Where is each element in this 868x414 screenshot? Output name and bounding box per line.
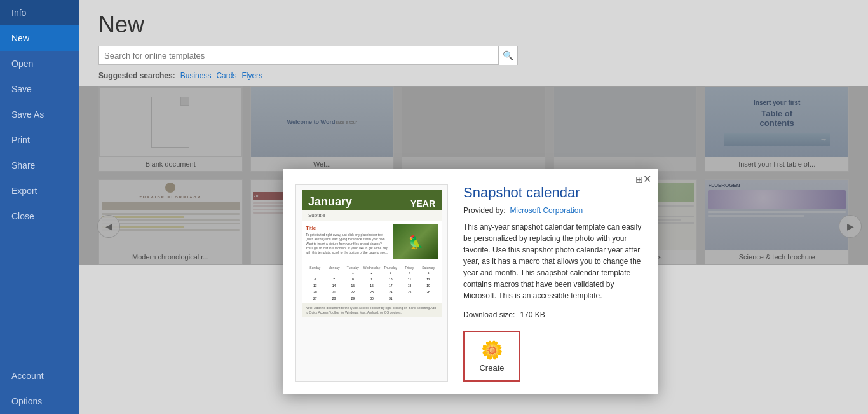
search-bar-row: 🔍 <box>79 46 868 71</box>
modal-title: Snapshot calendar <box>463 184 580 201</box>
create-icon: 🌼 <box>481 340 503 361</box>
provider-link[interactable]: Microsoft Corporation <box>510 206 583 215</box>
download-size: 170 KB <box>520 310 545 319</box>
download-label: Download size: <box>463 310 515 319</box>
cal-text-block: Title To get started right away, just cl… <box>306 224 390 259</box>
modal-expand-icon[interactable]: ⊞ <box>635 174 643 184</box>
suggested-searches: Suggested searches: Business Cards Flyer… <box>79 71 868 86</box>
sidebar-item-account[interactable]: Account <box>0 363 79 389</box>
template-grid-area: Blank document Welcome to WordTake a tou… <box>79 86 868 265</box>
cal-days-grid: 12345 6789101112 13141516171819 20212223… <box>306 270 438 301</box>
calendar-preview: January YEAR Subtitle Title To get start… <box>302 190 442 317</box>
search-bar: 🔍 <box>98 46 518 65</box>
main-area: New 🔍 Suggested searches: Business Cards… <box>79 0 868 414</box>
cal-year: YEAR <box>410 198 435 209</box>
sidebar-item-info[interactable]: Info <box>0 0 79 25</box>
cal-body-text: To get started right away, just click an… <box>306 233 390 255</box>
sidebar-item-share[interactable]: Share <box>0 153 79 178</box>
sidebar-item-export[interactable]: Export <box>0 178 79 204</box>
cal-month: January <box>308 195 352 209</box>
modal-header: ⊞ ✕ <box>283 169 658 184</box>
template-modal: ⊞ ✕ January YEAR Subtitle Title <box>283 169 658 394</box>
page-title: New <box>79 0 868 46</box>
sidebar-item-open[interactable]: Open <box>0 51 79 76</box>
cal-days-header: SundayMondayTuesdayWednesdayThursdayFrid… <box>306 266 438 270</box>
sidebar-item-save[interactable]: Save <box>0 76 79 102</box>
suggested-label: Suggested searches: <box>98 71 175 80</box>
provider-label: Provided by: <box>463 206 506 215</box>
modal-description: This any-year snapshot calendar template… <box>463 221 645 301</box>
create-button[interactable]: 🌼 Create <box>463 331 520 382</box>
modal-body: January YEAR Subtitle Title To get start… <box>283 184 658 394</box>
modal-info: Snapshot calendar Provided by: Microsoft… <box>463 184 645 382</box>
cal-footer: Note: Add this document to the Quick Acc… <box>302 303 442 317</box>
search-input[interactable] <box>99 51 498 60</box>
cal-content: Title To get started right away, just cl… <box>302 221 442 263</box>
modal-download-info: Download size: 170 KB <box>463 310 645 319</box>
modal-close-button[interactable]: ✕ <box>643 174 651 184</box>
sidebar-divider <box>0 233 79 233</box>
sidebar-item-print[interactable]: Print <box>0 127 79 153</box>
suggested-tag-flyers[interactable]: Flyers <box>241 71 262 80</box>
modal-preview: January YEAR Subtitle Title To get start… <box>295 184 448 382</box>
create-label: Create <box>479 363 504 373</box>
cal-subtitle: Subtitle <box>302 210 442 221</box>
cal-grid: SundayMondayTuesdayWednesdayThursdayFrid… <box>302 263 442 303</box>
suggested-tag-cards[interactable]: Cards <box>216 71 236 80</box>
sidebar: Info New Open Save Save As Print Share E… <box>0 0 79 414</box>
search-button[interactable]: 🔍 <box>498 46 517 65</box>
suggested-tag-business[interactable]: Business <box>180 71 212 80</box>
sidebar-item-close[interactable]: Close <box>0 204 79 229</box>
cal-header: January YEAR <box>302 190 442 210</box>
sidebar-item-options[interactable]: Options <box>0 389 79 414</box>
sidebar-item-saveas[interactable]: Save As <box>0 102 79 127</box>
cal-image: 🦜 <box>393 224 438 259</box>
cal-text-title: Title <box>306 224 390 231</box>
modal-provider: Provided by: Microsoft Corporation <box>463 206 645 215</box>
sidebar-item-new[interactable]: New <box>0 25 79 51</box>
